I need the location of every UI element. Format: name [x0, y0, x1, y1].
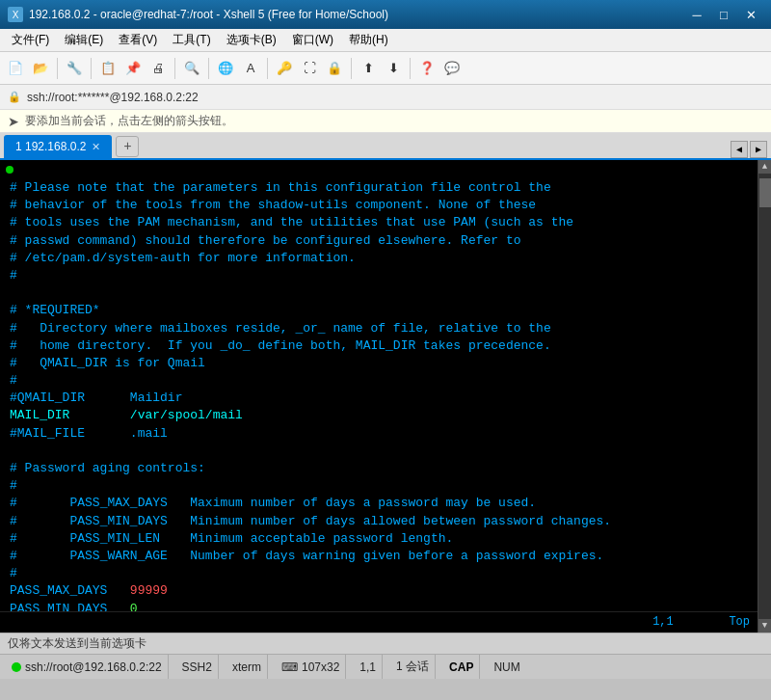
terminal-line: # PASS_MIN_DAYS Minimum number of days a… — [10, 513, 748, 530]
cols-value: 107x32 — [302, 660, 339, 674]
lock-button[interactable]: 🔒 — [323, 57, 346, 80]
key-button[interactable]: 🔑 — [273, 57, 296, 80]
maximize-button[interactable]: □ — [711, 4, 736, 25]
menu-view[interactable]: 查看(V) — [111, 30, 165, 50]
open-button[interactable]: 📂 — [29, 57, 52, 80]
protocol-label: SSH2 — [182, 660, 212, 674]
terminal-line: # — [10, 372, 748, 390]
terminal-line: # — [10, 565, 748, 582]
terminal-line: # PASS_WARN_AGE Number of days warning g… — [10, 548, 748, 565]
terminal-line: # *REQUIRED* — [10, 302, 748, 319]
terminal-line: # passwd command) should therefore be co… — [10, 232, 748, 250]
tab-navigation: ◀ ▶ — [731, 141, 767, 158]
hint-text: 要添加当前会话，点击左侧的箭头按钮。 — [25, 113, 233, 129]
protocol-section: SSH2 — [176, 655, 219, 679]
terminal-line: # home directory. If you _do_ define bot… — [10, 337, 748, 355]
cols-section: ⌨ 107x32 — [276, 655, 346, 679]
connect-button[interactable]: 🌐 — [214, 57, 237, 80]
new-session-button[interactable]: 📄 — [4, 57, 27, 80]
close-button[interactable]: ✕ — [738, 4, 763, 25]
terminal-line: # — [10, 267, 748, 284]
vim-position: 1,1 Top — [652, 614, 750, 631]
hint-arrow-icon: ➤ — [8, 114, 19, 129]
toolbar: 📄 📂 🔧 📋 📌 🖨 🔍 🌐 A 🔑 ⛶ 🔒 ⬆ ⬇ ❓ 💬 — [0, 52, 771, 85]
pos-section: 1,1 — [354, 655, 383, 679]
hint-bar: ➤ 要添加当前会话，点击左侧的箭头按钮。 — [0, 110, 771, 133]
terminal-line: # Directory where mailboxes reside, _or_… — [10, 320, 748, 337]
terminal-line: # PASS_MAX_DAYS Maximum number of days a… — [10, 495, 748, 512]
terminal-line: #QMAIL_DIR Maildir — [10, 390, 748, 407]
properties-button[interactable]: 🔧 — [63, 57, 86, 80]
num-section: NUM — [488, 655, 525, 679]
fullscreen-button[interactable]: ⛶ — [298, 57, 321, 80]
cap-section: CAP — [443, 655, 480, 679]
terminal-line: # behavior of the tools from the shadow-… — [10, 197, 748, 214]
terminal-line — [10, 443, 748, 460]
status-text: 仅将文本发送到当前选项卡 — [8, 635, 146, 652]
app-icon: X — [8, 7, 23, 22]
scroll-up-button[interactable]: ▲ — [758, 160, 772, 174]
font-button[interactable]: A — [239, 57, 262, 80]
session-tab[interactable]: 1 192.168.0.2 ✕ — [4, 135, 112, 158]
terminal-area[interactable]: # Please note that the parameters in thi… — [0, 160, 771, 633]
title-bar: X 192.168.0.2 - oracle@redhat-7:/root - … — [0, 0, 771, 29]
paste-button[interactable]: 📌 — [121, 57, 145, 80]
address-icon: 🔒 — [8, 91, 21, 103]
download-button[interactable]: ⬇ — [382, 57, 405, 80]
terminal-line: PASS_MAX_DAYS 99999 — [10, 582, 748, 600]
scroll-track[interactable] — [758, 174, 772, 619]
info-button[interactable]: 💬 — [440, 57, 464, 80]
scroll-down-button[interactable]: ▼ — [758, 619, 772, 633]
address-text: ssh://root:*******@192.168.0.2:22 — [27, 91, 199, 104]
terminal-line: MAIL_DIR /var/spool/mail — [10, 407, 748, 424]
find-button[interactable]: 🔍 — [180, 57, 203, 80]
scroll-thumb[interactable] — [759, 178, 771, 207]
status-bar: 仅将文本发送到当前选项卡 — [0, 633, 771, 654]
terminal-line: # tools uses the PAM mechanism, and the … — [10, 214, 748, 231]
sessions-section: 1 会话 — [390, 655, 436, 679]
new-tab-button[interactable]: + — [116, 136, 139, 157]
upload-button[interactable]: ⬆ — [357, 57, 380, 80]
connection-led — [12, 662, 21, 672]
window-title: 192.168.0.2 - oracle@redhat-7:/root - Xs… — [29, 8, 388, 21]
cols-label: ⌨ — [281, 660, 298, 674]
terminal-line: # Please note that the parameters in thi… — [10, 179, 748, 197]
menu-bar: 文件(F) 编辑(E) 查看(V) 工具(T) 选项卡(B) 窗口(W) 帮助(… — [0, 29, 771, 52]
pos-value: 1,1 — [359, 660, 376, 674]
copy-button[interactable]: 📋 — [96, 57, 120, 80]
menu-edit[interactable]: 编辑(E) — [57, 30, 111, 50]
help-button[interactable]: ❓ — [415, 57, 439, 80]
terminal-scrollbar[interactable]: ▲ ▼ — [758, 160, 771, 633]
terminal-line: #MAIL_FILE .mail — [10, 425, 748, 443]
terminal-line: # PASS_MIN_LEN Minimum acceptable passwo… — [10, 530, 748, 548]
menu-window[interactable]: 窗口(W) — [284, 30, 341, 50]
tab-close-icon[interactable]: ✕ — [92, 141, 100, 153]
minimize-button[interactable]: ─ — [684, 4, 709, 25]
tab-next-button[interactable]: ▶ — [750, 141, 767, 158]
terminal-line: # Password aging controls: — [10, 460, 748, 477]
terminal-line: # — [10, 477, 748, 495]
term-label: xterm — [232, 660, 261, 674]
connection-section: ssh://root@192.168.0.2:22 — [6, 655, 169, 679]
menu-file[interactable]: 文件(F) — [4, 30, 57, 50]
term-section: xterm — [226, 655, 268, 679]
print-button[interactable]: 🖨 — [146, 57, 170, 80]
sessions-value: 1 会话 — [396, 659, 429, 675]
menu-tabs[interactable]: 选项卡(B) — [219, 30, 284, 50]
menu-help[interactable]: 帮助(H) — [341, 30, 396, 50]
terminal-line: # /etc/pam.d/system-auth for more inform… — [10, 250, 748, 267]
terminal-line — [10, 284, 748, 302]
cap-indicator: CAP — [449, 660, 473, 674]
tab-bar: 1 192.168.0.2 ✕ + ◀ ▶ — [0, 133, 771, 160]
terminal-line: # QMAIL_DIR is for Qmail — [10, 355, 748, 372]
tab-label: 1 192.168.0.2 — [15, 140, 86, 153]
info-bar: ssh://root@192.168.0.2:22 SSH2 xterm ⌨ 1… — [0, 654, 771, 679]
address-bar: 🔒 ssh://root:*******@192.168.0.2:22 — [0, 85, 771, 110]
num-indicator: NUM — [493, 660, 519, 674]
connection-path: ssh://root@192.168.0.2:22 — [25, 660, 162, 674]
tab-prev-button[interactable]: ◀ — [731, 141, 748, 158]
menu-tools[interactable]: 工具(T) — [165, 30, 218, 50]
